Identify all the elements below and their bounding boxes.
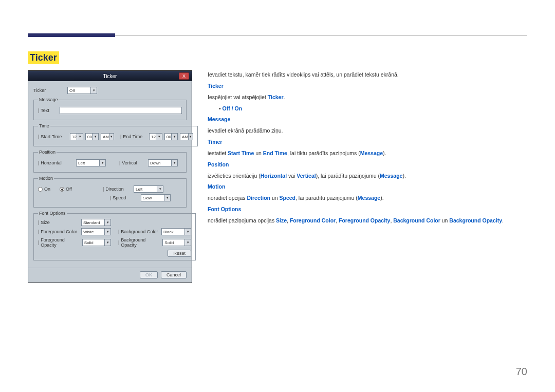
time-group: Time |Start Time 12▾ 00▾ AM▾ |End Time 1… [33,123,198,146]
chevron-down-icon: ▾ [90,87,97,94]
end-ampm-select[interactable]: AM▾ [180,133,193,140]
bg-opacity-select[interactable]: Solid▾ [162,239,191,246]
ticker-select[interactable]: Off▾ [67,87,97,94]
message-heading: Message [208,115,527,124]
header-accent-bar [28,33,115,37]
ticker-field-label: Ticker [33,88,64,93]
ok-button[interactable]: OK [140,271,158,278]
vertical-select[interactable]: Down▾ [148,159,178,166]
font-group: Font Options |Size Standard▾ |Foreground… [33,211,196,260]
ticker-heading: Ticker [208,82,527,91]
start-hour-stepper[interactable]: 12▾ [70,133,83,140]
end-min-stepper[interactable]: 00▾ [164,133,178,140]
off-label: Off [66,186,72,192]
cancel-button[interactable]: Cancel [161,271,187,278]
start-min-stepper[interactable]: 00▾ [85,133,99,140]
ticker-bullet: Off / On [208,104,527,114]
timer-heading: Timer [208,138,527,147]
font-desc: norādiet paziņojuma opcijas Size, Foregr… [208,216,527,226]
motion-off-radio[interactable] [60,187,64,192]
font-heading: Font Options [208,205,527,214]
bg-color-label: Background Color [121,229,158,234]
message-text-input[interactable] [60,107,182,114]
position-heading: Position [208,160,527,170]
position-group: Position |Horizontal Left▾ |Vertical Dow… [33,150,187,173]
vertical-label: Vertical [122,160,137,165]
message-group-label: Message [38,97,59,102]
time-group-label: Time [38,123,50,128]
direction-label: Direction [105,186,124,192]
speed-label: Speed [113,195,126,200]
font-group-label: Font Options [38,211,67,216]
size-select[interactable]: Standard▾ [81,219,111,226]
direction-select[interactable]: Left▾ [134,185,163,193]
bg-color-select[interactable]: Black▾ [161,228,191,235]
message-group: Message |Text [33,97,187,120]
timer-desc: iestatiet Start Time un End Time, lai ti… [208,149,527,158]
position-desc: izvēlieties orientāciju (Horizontal vai … [208,172,527,181]
start-time-label: Start Time [41,134,62,139]
position-group-label: Position [38,150,57,155]
motion-on-radio[interactable] [38,187,43,192]
motion-heading: Motion [208,182,527,192]
motion-group-label: Motion [38,176,54,181]
horizontal-select[interactable]: Left▾ [76,159,106,166]
motion-group: Motion On Off |Direction Left▾ |Speed Sl… [33,176,187,208]
page-number: 70 [516,366,527,378]
reset-button[interactable]: Reset [168,250,191,257]
bg-opacity-label: Background Opacity [121,237,160,248]
speed-select[interactable]: Slow▾ [141,194,171,201]
start-ampm-select[interactable]: AM▾ [101,133,114,140]
ticker-desc: Iespējojiet vai atspējojiet Ticker. [208,93,527,102]
dialog-titlebar: Ticker X [28,71,192,81]
section-title: Ticker [28,51,59,64]
ticker-dialog: Ticker X Ticker Off▾ Message |Text [28,70,192,283]
fg-opacity-label: Foreground Opacity [41,237,80,248]
intro-text: Ievadiet tekstu, kamēr tiek rādīts video… [208,70,527,80]
fg-color-label: Foreground Color [41,229,77,234]
dialog-title-text: Ticker [103,73,117,79]
close-icon[interactable]: X [179,72,189,80]
description-column: Ievadiet tekstu, kamēr tiek rādīts video… [208,70,527,228]
end-hour-stepper[interactable]: 12▾ [149,133,162,140]
motion-desc: norādiet opcijas Direction un Speed, lai… [208,194,527,203]
fg-color-select[interactable]: White▾ [81,228,111,235]
message-desc: ievadiet ekrānā parādāmo ziņu. [208,126,527,136]
fg-opacity-select[interactable]: Solid▾ [82,239,111,246]
on-label: On [44,186,50,192]
horizontal-label: Horizontal [41,160,62,165]
text-field-label: Text [41,108,49,113]
end-time-label: End Time [123,134,142,139]
size-label: Size [41,220,50,225]
